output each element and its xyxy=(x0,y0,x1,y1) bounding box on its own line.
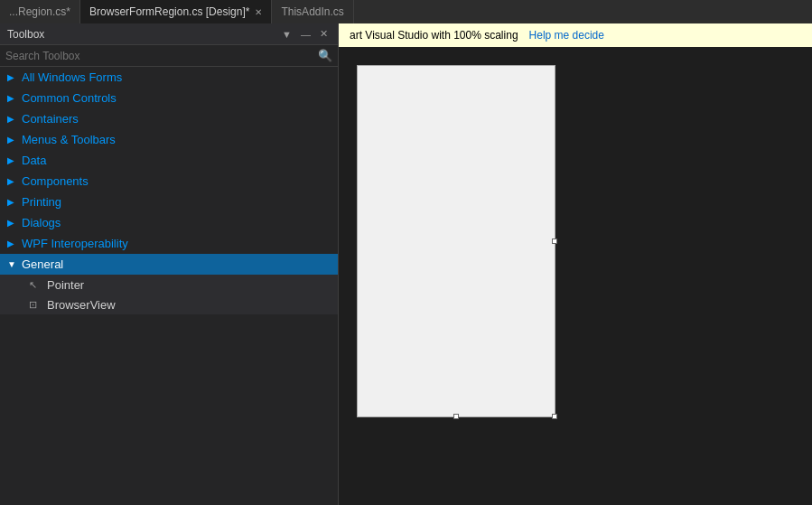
toolbox-close-btn[interactable]: ✕ xyxy=(317,27,331,41)
expand-arrow-icon: ▶ xyxy=(7,238,16,248)
tab-close-icon[interactable]: ✕ xyxy=(255,7,262,17)
browser-view-icon: ⊡ xyxy=(25,297,40,312)
tab-label: BrowserFormRegion.cs [Design]* xyxy=(89,5,249,18)
category-all-windows-forms[interactable]: ▶ All Windows Forms xyxy=(0,67,338,88)
category-label: Components xyxy=(22,174,89,188)
notification-link[interactable]: Help me decide xyxy=(529,29,604,42)
category-data[interactable]: ▶ Data xyxy=(0,150,338,171)
category-label: Printing xyxy=(22,195,61,209)
category-label: Menus & Toolbars xyxy=(22,133,116,146)
toolbox-dropdown-btn[interactable]: ▼ xyxy=(279,28,294,41)
tab-label: ...Region.cs* xyxy=(9,5,70,18)
category-label: Containers xyxy=(22,112,79,126)
pointer-icon: ↖ xyxy=(25,277,40,292)
toolbox-title: Toolbox xyxy=(7,28,44,41)
toolbox-list: ▶ All Windows Forms ▶ Common Controls ▶ … xyxy=(0,67,338,505)
resize-handle-right[interactable] xyxy=(552,238,557,244)
category-label: General xyxy=(22,257,63,271)
sub-item-label: BrowserView xyxy=(47,298,116,312)
category-common-controls[interactable]: ▶ Common Controls xyxy=(0,88,338,108)
category-wpf-interoperability[interactable]: ▶ WPF Interoperability xyxy=(0,233,338,254)
category-label: Dialogs xyxy=(22,216,61,229)
category-printing[interactable]: ▶ Printing xyxy=(0,192,338,212)
expand-arrow-icon: ▶ xyxy=(7,93,16,103)
tab-region-cs[interactable]: ...Region.cs* xyxy=(0,0,80,23)
search-box: 🔍 xyxy=(0,45,338,67)
toolbox-panel: Toolbox ▼ — ✕ 🔍 ▶ All Windows Forms ▶ Co… xyxy=(0,23,339,505)
notification-text: art Visual Studio with 100% scaling xyxy=(350,29,518,42)
toolbox-controls: ▼ — ✕ xyxy=(279,27,331,41)
toolbox-header: Toolbox ▼ — ✕ xyxy=(0,23,338,45)
category-label: All Windows Forms xyxy=(22,70,122,84)
expand-arrow-icon: ▶ xyxy=(7,114,16,124)
tab-browser-form-region-design[interactable]: BrowserFormRegion.cs [Design]* ✕ xyxy=(80,0,272,23)
resize-handle-bottom[interactable] xyxy=(453,414,459,419)
designer-area: art Visual Studio with 100% scaling Help… xyxy=(339,23,812,505)
category-components[interactable]: ▶ Components xyxy=(0,171,338,192)
main-area: Toolbox ▼ — ✕ 🔍 ▶ All Windows Forms ▶ Co… xyxy=(0,23,812,505)
tab-this-addin[interactable]: ThisAddIn.cs xyxy=(272,0,353,23)
expand-arrow-icon: ▶ xyxy=(7,155,16,165)
expand-arrow-icon: ▶ xyxy=(7,72,16,82)
tab-bar: ...Region.cs* BrowserFormRegion.cs [Desi… xyxy=(0,0,812,23)
tab-label: ThisAddIn.cs xyxy=(281,5,343,18)
category-label: WPF Interoperability xyxy=(22,237,128,250)
form-region xyxy=(357,65,555,417)
category-label: Common Controls xyxy=(22,91,117,105)
expand-arrow-icon: ▶ xyxy=(7,176,16,186)
toolbox-pin-btn[interactable]: — xyxy=(298,28,313,41)
design-canvas[interactable] xyxy=(339,47,812,505)
notification-bar: art Visual Studio with 100% scaling Help… xyxy=(339,23,812,47)
sub-item-browser-view[interactable]: ⊡ BrowserView xyxy=(0,295,338,314)
sub-item-label: Pointer xyxy=(47,278,84,292)
category-label: Data xyxy=(22,154,46,167)
category-containers[interactable]: ▶ Containers xyxy=(0,108,338,129)
category-menus-toolbars[interactable]: ▶ Menus & Toolbars xyxy=(0,129,338,150)
expand-arrow-icon: ▶ xyxy=(7,197,16,207)
category-dialogs[interactable]: ▶ Dialogs xyxy=(0,212,338,233)
expand-arrow-icon: ▶ xyxy=(7,218,16,228)
category-general[interactable]: ▼ General xyxy=(0,254,338,275)
search-icon[interactable]: 🔍 xyxy=(318,49,332,62)
collapse-arrow-icon: ▼ xyxy=(7,259,16,269)
search-input[interactable] xyxy=(5,50,314,62)
expand-arrow-icon: ▶ xyxy=(7,135,16,145)
resize-handle-bottom-right[interactable] xyxy=(552,414,557,419)
sub-item-pointer[interactable]: ↖ Pointer xyxy=(0,275,338,295)
